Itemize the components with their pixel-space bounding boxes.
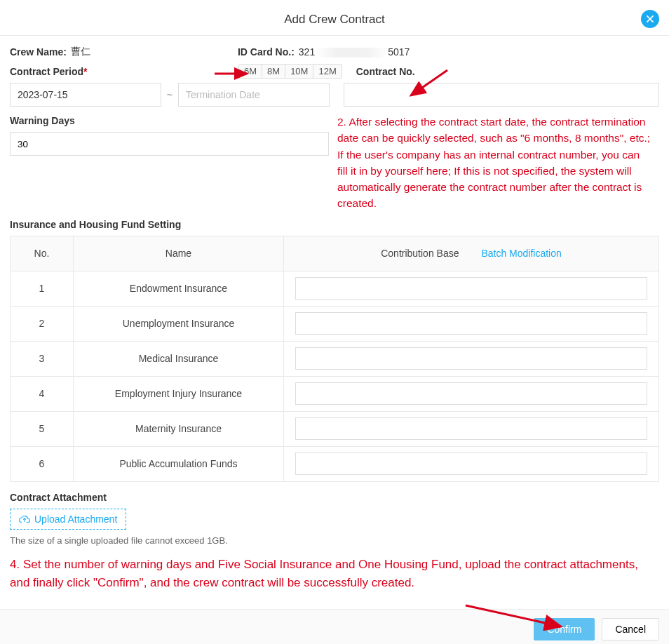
row-no: 6 bbox=[11, 446, 74, 481]
contribution-base-input[interactable] bbox=[295, 417, 647, 440]
crew-name-label: Crew Name: bbox=[10, 46, 67, 58]
id-mask bbox=[315, 48, 388, 58]
period-btn-6m[interactable]: 6M bbox=[239, 65, 262, 78]
warning-days-label: Warning Days bbox=[10, 115, 329, 126]
row-no: 3 bbox=[11, 341, 74, 376]
date-range-separator: ~ bbox=[167, 89, 173, 100]
contribution-base-input[interactable] bbox=[295, 277, 647, 300]
cancel-button[interactable]: Cancel bbox=[602, 618, 659, 640]
col-no: No. bbox=[11, 236, 74, 271]
warning-days-input[interactable] bbox=[10, 132, 329, 156]
contribution-base-input[interactable] bbox=[295, 347, 647, 370]
period-btn-12m[interactable]: 12M bbox=[313, 65, 341, 78]
period-btn-8m[interactable]: 8M bbox=[262, 65, 285, 78]
table-row: 5Maternity Insurance bbox=[11, 411, 659, 446]
annotation-4: 4. Set the number of warning days and Fi… bbox=[0, 546, 669, 598]
row-no: 4 bbox=[11, 376, 74, 411]
col-name: Name bbox=[74, 236, 284, 271]
row-name: Employment Injury Insurance bbox=[74, 376, 284, 411]
table-row: 3Medical Insurance bbox=[11, 341, 659, 376]
row-name: Maternity Insurance bbox=[74, 411, 284, 446]
termination-date-input[interactable] bbox=[178, 83, 330, 107]
period-btn-10m[interactable]: 10M bbox=[285, 65, 313, 78]
confirm-button[interactable]: Confirm bbox=[534, 618, 595, 640]
contribution-base-label: Contribution Base bbox=[381, 248, 459, 259]
upload-label: Upload Attachment bbox=[34, 514, 117, 525]
batch-modification-link[interactable]: Batch Modification bbox=[481, 248, 561, 259]
row-name: Public Accumulation Funds bbox=[74, 446, 284, 481]
insurance-table: No. Name Contribution Base Batch Modific… bbox=[10, 236, 659, 482]
table-row: 6Public Accumulation Funds bbox=[11, 446, 659, 481]
row-name: Medical Insurance bbox=[74, 341, 284, 376]
table-row: 1Endowment Insurance bbox=[11, 271, 659, 306]
table-row: 2Unemployment Insurance bbox=[11, 306, 659, 341]
row-name: Endowment Insurance bbox=[74, 271, 284, 306]
crew-name-value: 曹仁 bbox=[71, 46, 90, 58]
dialog-title: Add Crew Contract bbox=[284, 13, 385, 26]
id-prefix: 321 bbox=[299, 46, 315, 58]
annotation-2: 2. After selecting the contract start da… bbox=[337, 114, 659, 212]
id-card-label: ID Card No.: bbox=[238, 46, 295, 58]
contribution-base-input[interactable] bbox=[295, 382, 647, 405]
period-quick-buttons: 6M 8M 10M 12M bbox=[238, 64, 342, 79]
row-no: 2 bbox=[11, 306, 74, 341]
contract-no-label: Contract No. bbox=[356, 66, 415, 77]
table-row: 4Employment Injury Insurance bbox=[11, 376, 659, 411]
upload-attachment-button[interactable]: Upload Attachment bbox=[10, 509, 126, 530]
row-name: Unemployment Insurance bbox=[74, 306, 284, 341]
row-no: 1 bbox=[11, 271, 74, 306]
id-suffix: 5017 bbox=[388, 46, 410, 58]
contract-no-input[interactable] bbox=[344, 83, 659, 107]
close-icon bbox=[645, 14, 655, 24]
start-date-input[interactable] bbox=[10, 83, 161, 107]
insurance-heading: Insurance and Housing Fund Setting bbox=[10, 219, 659, 230]
contribution-base-input[interactable] bbox=[295, 312, 647, 335]
attachment-heading: Contract Attachment bbox=[10, 492, 659, 503]
row-no: 5 bbox=[11, 411, 74, 446]
col-base: Contribution Base Batch Modification bbox=[284, 236, 659, 271]
contribution-base-input[interactable] bbox=[295, 452, 647, 475]
contract-period-label: Contract Period* bbox=[10, 66, 87, 77]
id-card-value: 3215017 bbox=[299, 46, 410, 58]
close-button[interactable] bbox=[641, 10, 659, 28]
cloud-upload-icon bbox=[19, 514, 30, 525]
upload-note: The size of a single uploaded file canno… bbox=[10, 535, 659, 546]
